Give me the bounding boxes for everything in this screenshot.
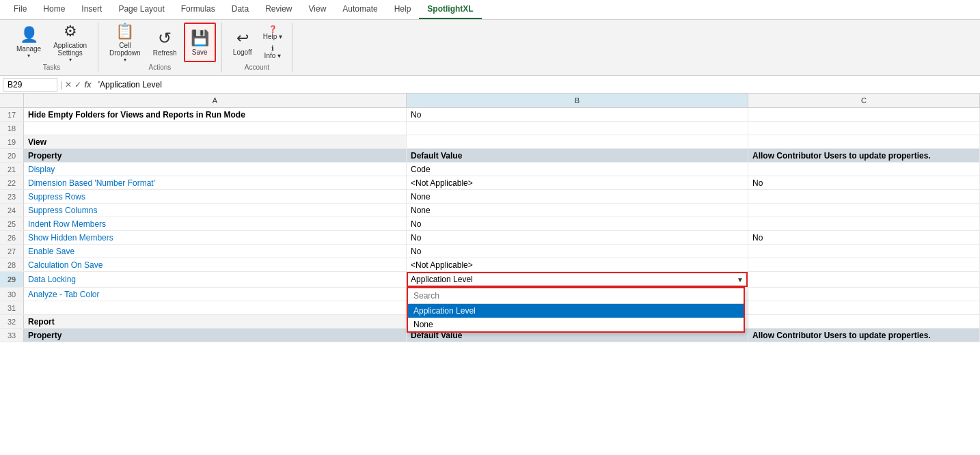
cancel-icon[interactable]: ✕ (65, 80, 72, 89)
cell-c29[interactable] (748, 272, 980, 287)
cell-a29[interactable]: Data Locking (24, 272, 407, 287)
cell-b27[interactable]: No (407, 245, 748, 258)
table-row: 19 View (0, 135, 980, 149)
dropdown-item-none[interactable]: None (408, 318, 744, 331)
tab-data[interactable]: Data (223, 0, 257, 19)
row-number: 25 (0, 217, 24, 230)
row-num-header (0, 94, 24, 107)
cell-a25[interactable]: Indent Row Members (24, 217, 407, 230)
cell-b20[interactable]: Default Value (407, 149, 748, 162)
cell-a32[interactable]: Report (24, 315, 407, 328)
refresh-button[interactable]: ↺ Refresh (148, 23, 182, 62)
row-number: 23 (0, 190, 24, 203)
cell-a30[interactable]: Analyze - Tab Color (24, 288, 407, 301)
cell-reference[interactable]: B29 (3, 78, 57, 92)
tab-spotlightxl[interactable]: SpotlightXL (419, 0, 481, 19)
logoff-button[interactable]: ↩ Logoff (228, 23, 258, 62)
cell-b23[interactable]: None (407, 190, 748, 203)
dropdown-value-display[interactable]: Application Level ▼ (407, 272, 748, 287)
cell-c26[interactable]: No (748, 231, 980, 244)
cell-c31[interactable] (748, 301, 980, 314)
formula-icons: ✕ ✓ fx (65, 80, 92, 89)
info-label: Info ▾ (264, 52, 281, 59)
col-header-b: B (407, 94, 748, 107)
info-button[interactable]: ℹ Info ▾ (259, 43, 286, 61)
cell-c17[interactable] (748, 108, 980, 121)
table-row: 26 Show Hidden Members No No (0, 231, 980, 245)
tab-review[interactable]: Review (257, 0, 300, 19)
cell-a20[interactable]: Property (24, 149, 407, 162)
cell-dropdown-button[interactable]: 📋 CellDropdown ▾ (104, 23, 146, 62)
cell-c18[interactable] (748, 122, 980, 135)
cell-a22[interactable]: Dimension Based 'Number Format' (24, 176, 407, 189)
cell-b22[interactable]: <Not Applicable> (407, 176, 748, 189)
cell-c25[interactable] (748, 217, 980, 230)
dropdown-search-input[interactable] (408, 288, 744, 304)
save-button[interactable]: 💾 Save (184, 23, 216, 62)
dropdown-item-application-level[interactable]: Application Level (408, 304, 744, 318)
table-row: 29 Data Locking Application Level ▼ Appl… (0, 272, 980, 288)
cell-c19[interactable] (748, 135, 980, 148)
tab-file[interactable]: File (5, 0, 35, 19)
tab-automate[interactable]: Automate (334, 0, 385, 19)
app-settings-label: ApplicationSettings (53, 42, 87, 57)
confirm-icon[interactable]: ✓ (74, 80, 81, 89)
tab-formulas[interactable]: Formulas (173, 0, 223, 19)
row-number: 24 (0, 204, 24, 217)
cell-a23[interactable]: Suppress Rows (24, 190, 407, 203)
tab-page-layout[interactable]: Page Layout (110, 0, 172, 19)
cell-c33[interactable]: Allow Contributor Users to update proper… (748, 329, 980, 342)
tab-insert[interactable]: Insert (73, 0, 110, 19)
cell-a26[interactable]: Show Hidden Members (24, 231, 407, 244)
cell-c30[interactable] (748, 288, 980, 301)
cell-a28[interactable]: Calculation On Save (24, 258, 407, 271)
tab-view[interactable]: View (301, 0, 335, 19)
app-settings-button[interactable]: ⚙ ApplicationSettings ▾ (48, 23, 92, 62)
cell-c21[interactable] (748, 163, 980, 176)
tab-help[interactable]: Help (386, 0, 420, 19)
actions-group-label: Actions (148, 64, 171, 72)
cell-a33[interactable]: Property (24, 329, 407, 342)
table-row: 25 Indent Row Members No (0, 217, 980, 231)
cell-b26[interactable]: No (407, 231, 748, 244)
manage-icon: 👤 (20, 26, 38, 44)
cell-b28[interactable]: <Not Applicable> (407, 258, 748, 271)
table-row: 22 Dimension Based 'Number Format' <Not … (0, 176, 980, 190)
cell-a24[interactable]: Suppress Columns (24, 204, 407, 217)
app-settings-chevron: ▾ (69, 57, 72, 63)
cell-a31[interactable] (24, 301, 407, 314)
row-number: 21 (0, 163, 24, 176)
help-icon: ❓ (269, 25, 277, 33)
cell-c24[interactable] (748, 204, 980, 217)
row-number: 18 (0, 122, 24, 135)
cell-b17[interactable]: No (407, 108, 748, 121)
cell-c28[interactable] (748, 258, 980, 271)
cell-b18[interactable] (407, 122, 748, 135)
cell-b25[interactable]: No (407, 217, 748, 230)
actions-buttons: 📋 CellDropdown ▾ ↺ Refresh 💾 Save (104, 23, 216, 62)
save-icon: 💾 (191, 29, 209, 47)
cell-c32[interactable] (748, 315, 980, 328)
cell-a18[interactable] (24, 122, 407, 135)
cell-c23[interactable] (748, 190, 980, 203)
ribbon-group-account: ↩ Logoff ❓ Help ▾ ℹ Info ▾ Account (222, 23, 292, 72)
cell-c20[interactable]: Allow Contributor Users to update proper… (748, 149, 980, 162)
help-button[interactable]: ❓ Help ▾ (259, 24, 286, 42)
tasks-group-label: Tasks (43, 64, 61, 72)
cell-b29[interactable]: Application Level ▼ Application Level No… (407, 272, 748, 287)
cell-a17[interactable]: Hide Empty Folders for Views and Reports… (24, 108, 407, 121)
cell-b24[interactable]: None (407, 204, 748, 217)
formula-icon[interactable]: fx (84, 80, 92, 89)
cell-a21[interactable]: Display (24, 163, 407, 176)
spreadsheet: A B C 17 Hide Empty Folders for Views an… (0, 94, 980, 342)
cell-b19[interactable] (407, 135, 748, 148)
cell-a19[interactable]: View (24, 135, 407, 148)
cell-dropdown-chevron: ▾ (124, 57, 126, 63)
cell-c22[interactable]: No (748, 176, 980, 189)
row-number: 19 (0, 135, 24, 148)
cell-b21[interactable]: Code (407, 163, 748, 176)
tab-home[interactable]: Home (35, 0, 73, 19)
cell-c27[interactable] (748, 245, 980, 258)
manage-button[interactable]: 👤 Manage ▾ (11, 23, 46, 62)
cell-a27[interactable]: Enable Save (24, 245, 407, 258)
